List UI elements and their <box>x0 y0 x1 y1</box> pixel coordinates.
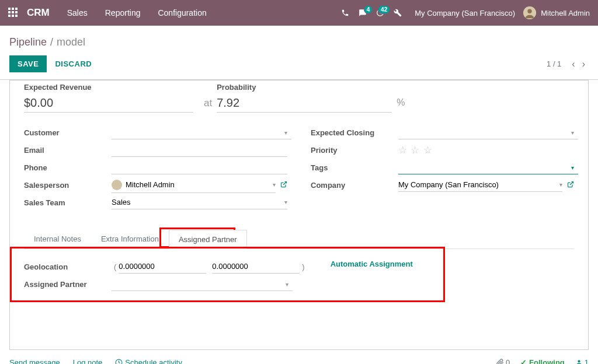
schedule-activity-button[interactable]: Schedule activity <box>115 358 182 364</box>
phone-label: Phone <box>24 163 112 172</box>
chat-icon[interactable]: 4 <box>359 9 367 17</box>
probability-label: Probability <box>217 83 392 92</box>
chevron-down-icon: ▾ <box>284 199 287 205</box>
salesperson-value: Mitchell Admin <box>126 180 175 189</box>
following-button[interactable]: ✓ Following <box>520 358 565 364</box>
paren-close: ) <box>302 262 304 271</box>
geolocation-label: Geolocation <box>24 262 112 271</box>
tags-label: Tags <box>311 163 398 172</box>
priority-label: Priority <box>311 146 398 155</box>
svg-point-1 <box>528 9 532 13</box>
tab-internal-notes[interactable]: Internal Notes <box>24 229 91 249</box>
salesperson-input[interactable]: Mitchell Admin ▾ <box>112 177 276 193</box>
assigned-partner-input[interactable] <box>112 277 293 291</box>
star-icon[interactable]: ☆ <box>411 145 419 156</box>
expected-revenue-label: Expected Revenue <box>24 83 199 92</box>
email-label: Email <box>24 146 112 155</box>
sales-team-value: Sales <box>112 198 131 206</box>
tags-input[interactable] <box>398 160 578 174</box>
apps-menu-icon[interactable] <box>8 8 19 18</box>
sales-team-label: Sales Team <box>24 198 112 207</box>
expected-closing-input[interactable] <box>398 125 578 139</box>
pager-text: 1 / 1 <box>547 60 561 68</box>
tab-assigned-partner[interactable]: Assigned Partner <box>169 230 247 249</box>
external-link-icon[interactable] <box>567 180 574 190</box>
geo-lat-input[interactable] <box>119 260 206 274</box>
company-selector[interactable]: My Company (San Francisco) <box>415 9 515 18</box>
send-message-button[interactable]: Send message <box>9 358 60 364</box>
phone-input[interactable] <box>112 160 287 174</box>
user-avatar[interactable] <box>523 6 536 19</box>
company-label: Company <box>311 181 398 190</box>
chevron-down-icon: ▾ <box>273 181 276 188</box>
expected-revenue-input[interactable] <box>24 94 193 113</box>
save-button[interactable]: SAVE <box>9 55 47 72</box>
pager-prev[interactable]: ‹ <box>568 59 578 69</box>
followers-count[interactable]: 1 <box>575 358 589 364</box>
schedule-activity-label: Schedule activity <box>125 358 182 364</box>
percent-symbol: % <box>397 97 405 108</box>
discard-button[interactable]: DISCARD <box>55 60 92 68</box>
salesperson-avatar <box>112 180 122 190</box>
company-input[interactable]: My Company (San Francisco) ▾ <box>398 178 562 192</box>
breadcrumb-separator: / <box>50 36 53 48</box>
paren-open: ( <box>114 262 116 271</box>
assigned-partner-label: Assigned Partner <box>24 280 112 289</box>
menu-sales[interactable]: Sales <box>67 8 88 18</box>
app-brand[interactable]: CRM <box>27 7 50 19</box>
activity-badge: 42 <box>378 5 390 14</box>
log-note-button[interactable]: Log note <box>73 358 103 364</box>
at-text: at <box>204 97 212 109</box>
automatic-assignment-button[interactable]: Automatic Assignment <box>331 260 413 268</box>
geo-lon-input[interactable] <box>212 260 300 274</box>
tab-extra-information[interactable]: Extra Information <box>91 229 169 249</box>
chevron-down-icon: ▾ <box>559 181 562 188</box>
star-icon[interactable]: ☆ <box>423 145 432 156</box>
breadcrumb-current: model <box>57 36 85 48</box>
debug-icon[interactable] <box>394 9 402 17</box>
external-link-icon[interactable] <box>280 180 287 190</box>
menu-configuration[interactable]: Configuration <box>158 8 206 18</box>
priority-stars[interactable]: ☆ ☆ ☆ <box>398 144 433 156</box>
breadcrumb-parent[interactable]: Pipeline <box>9 36 47 48</box>
customer-input[interactable] <box>112 125 291 139</box>
probability-input[interactable] <box>217 94 392 113</box>
salesperson-label: Salesperson <box>24 181 112 190</box>
attachments-count[interactable]: 0 <box>496 358 510 364</box>
chat-badge: 4 <box>364 5 373 14</box>
phone-icon[interactable] <box>341 9 349 17</box>
company-value: My Company (San Francisco) <box>398 180 499 189</box>
expected-closing-label: Expected Closing <box>311 128 398 137</box>
user-menu[interactable]: Mitchell Admin <box>541 9 590 18</box>
star-icon[interactable]: ☆ <box>398 145 407 156</box>
sales-team-input[interactable]: Sales ▾ <box>112 195 287 209</box>
email-input[interactable] <box>112 143 287 157</box>
menu-reporting[interactable]: Reporting <box>105 8 141 18</box>
activity-icon[interactable]: 42 <box>376 9 384 17</box>
customer-label: Customer <box>24 128 112 137</box>
pager-next[interactable]: › <box>579 59 589 69</box>
